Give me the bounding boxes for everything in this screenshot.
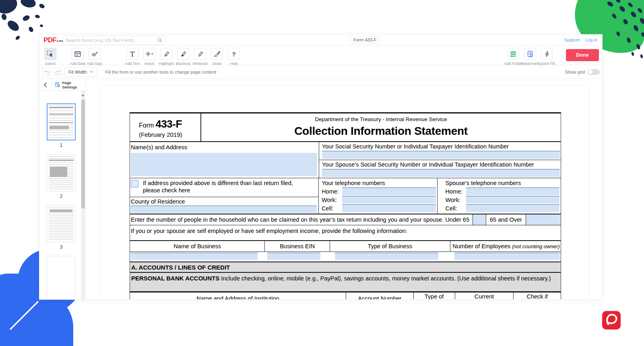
undo-button[interactable] <box>42 68 51 76</box>
business-ein-field[interactable] <box>267 253 320 260</box>
business-fields-row <box>130 252 561 262</box>
page-thumbnail-1[interactable] <box>47 103 76 140</box>
work-label: Work: <box>446 196 466 204</box>
form-number-cell: Form 433-F (February 2019) <box>130 113 201 141</box>
cell-label: Cell: <box>446 205 466 212</box>
your-phones-cell: Your telephone numbers Home: Work: Cell: <box>319 178 437 214</box>
top-bar: PDF Liner Form 433-F Support Log in <box>39 35 602 46</box>
brush-icon <box>213 50 221 58</box>
employees-field[interactable] <box>454 253 560 260</box>
signature-pen-icon <box>91 50 99 58</box>
your-home-phone-field[interactable] <box>342 187 436 195</box>
add-date-button[interactable]: Add Date <box>69 48 86 66</box>
search-input[interactable] <box>63 38 157 43</box>
ssn-field[interactable] <box>322 151 560 159</box>
bank-accounts-table-header: Name and Address of Institution Account … <box>130 292 561 299</box>
zoom-level-value: Fit Width <box>68 70 87 74</box>
highlight-button[interactable]: Highlight <box>158 48 175 66</box>
whiteout-button[interactable]: Whiteout <box>192 48 208 66</box>
page-settings-label: Page Settings <box>62 80 86 89</box>
business-header-row: Name of Business Business EIN Type of Bu… <box>130 241 561 252</box>
page-number-1: 1 <box>47 142 76 148</box>
document-title-chip: Form 433-F <box>349 36 380 43</box>
editor-content: Page Settings 1 2 3 <box>39 79 602 299</box>
type-of-business-header: Type of Business <box>330 241 450 251</box>
personal-bank-accounts-text: PERSONAL BANK ACCOUNTS Include checking,… <box>130 273 561 292</box>
spouse-ssn-label: Your Spouse’s Social Security Number or … <box>319 160 561 169</box>
under-65-field[interactable] <box>473 214 486 225</box>
pdfliner-logo[interactable]: PDF Liner <box>43 37 65 43</box>
select-tool-button[interactable]: Select <box>42 48 59 66</box>
spouse-home-phone-field[interactable] <box>466 187 559 195</box>
home-label: Home: <box>446 188 466 195</box>
business-ein-header: Business EIN <box>265 241 330 251</box>
page-thumbnail-2[interactable] <box>47 154 76 192</box>
blackout-button[interactable]: Blackout <box>175 48 192 66</box>
your-work-phone-field[interactable] <box>342 196 436 204</box>
support-link[interactable]: Support <box>564 37 580 42</box>
select-cursor-icon <box>46 50 54 58</box>
search-box[interactable] <box>63 36 165 45</box>
your-cell-phone-field[interactable] <box>342 204 436 212</box>
spouse-ssn-field[interactable] <box>322 169 560 177</box>
address-different-checkbox[interactable] <box>131 180 138 187</box>
name-of-business-field[interactable] <box>131 253 258 260</box>
chevron-down-icon <box>89 70 93 73</box>
form-title: Collection Information Statement <box>201 124 561 138</box>
page-number-3: 3 <box>47 244 76 250</box>
page-settings-button[interactable]: Page Settings <box>52 80 86 89</box>
account-number-header: Account Number <box>346 292 414 299</box>
add-fields-icon <box>509 50 517 58</box>
scroll-up-arrow-icon[interactable] <box>82 94 84 96</box>
type-of-business-field[interactable] <box>335 253 438 260</box>
scrollbar-thumb[interactable] <box>81 100 85 208</box>
calendar-icon <box>74 50 82 58</box>
page-thumbnail-3[interactable] <box>47 205 76 242</box>
draw-button[interactable]: Draw <box>208 48 225 66</box>
blackout-marker-icon <box>179 50 187 58</box>
done-button[interactable]: Done <box>566 49 599 61</box>
county-field[interactable] <box>131 206 317 213</box>
watermark-button[interactable]: Watermark <box>522 48 539 66</box>
collapse-sidebar-button[interactable] <box>39 79 52 91</box>
acrobat-reader-icon <box>602 311 621 330</box>
institution-header: Name and Address of Institution <box>130 292 346 299</box>
section-a-header: A. ACCOUNTS / LINES OF CREDIT <box>130 262 561 273</box>
spouse-phones-cell: Spouse’s telephone numbers Home: Work: C… <box>438 178 561 214</box>
ssn-cell: Your Social Security Number or Individua… <box>319 142 561 160</box>
redo-button[interactable] <box>54 68 62 76</box>
question-icon: ? <box>232 51 235 58</box>
name-ssn-row: Name(s) and Address Your Social Security… <box>130 142 561 178</box>
form-433f: Form 433-F (February 2019) Department of… <box>130 112 561 299</box>
text-icon <box>128 50 136 58</box>
toolbar-hint-text: Fill the form or use another tools to ch… <box>105 70 216 74</box>
add-fields-button[interactable]: Add Fields <box>505 48 522 66</box>
sidebar-scrollbar[interactable] <box>81 91 85 299</box>
show-grid-toggle[interactable] <box>588 69 600 75</box>
insert-button[interactable]: Insert <box>141 48 158 66</box>
add-sign-button[interactable]: Add Sign <box>86 48 103 66</box>
form-title-cell: Department of the Treasury - Internal Re… <box>201 113 561 141</box>
current-balance-header: Current <box>455 292 514 299</box>
top-links: Support Log in <box>564 37 597 42</box>
add-text-button[interactable]: Add Text <box>124 48 141 66</box>
quick-fill-button[interactable]: Quick Fill <box>539 48 555 66</box>
self-employed-row: If you or your spouse are self employed … <box>130 225 561 241</box>
name-address-field[interactable] <box>131 153 317 176</box>
page-thumbnail-4-partial[interactable] <box>47 256 76 299</box>
spouse-cell-phone-field[interactable] <box>466 204 559 212</box>
page-number-2: 2 <box>47 194 76 199</box>
login-link[interactable]: Log in <box>585 37 597 42</box>
plus-dropdown-icon <box>145 50 154 58</box>
spouse-work-phone-field[interactable] <box>466 196 559 204</box>
help-button[interactable]: ? Help <box>225 48 242 66</box>
over-65-field[interactable] <box>526 214 561 225</box>
check-if-header: Check if <box>514 292 561 299</box>
spouse-ssn-cell: Your Spouse’s Social Security Number or … <box>319 160 561 178</box>
name-of-business-header: Name of Business <box>130 241 265 251</box>
zoom-level-dropdown[interactable]: Fit Width <box>65 67 97 77</box>
form-header-row: Form 433-F (February 2019) Department of… <box>130 113 561 142</box>
highlighter-icon <box>162 50 170 58</box>
whiteout-marker-icon <box>196 50 204 58</box>
form-number: 433-F <box>155 118 182 130</box>
